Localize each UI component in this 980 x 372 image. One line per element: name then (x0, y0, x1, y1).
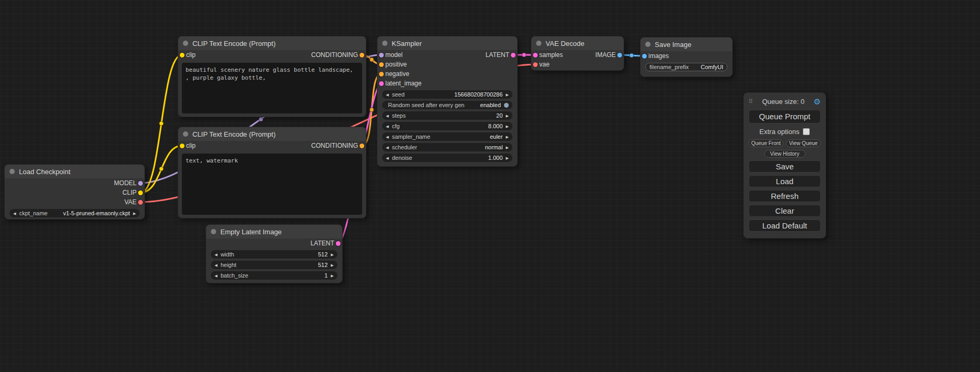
seed-widget[interactable]: ◀ seed 156680208700286 ▶ (382, 90, 512, 99)
extra-options-checkbox[interactable] (803, 128, 810, 135)
widget-value: 512 (318, 262, 327, 268)
increment-arrow-icon[interactable]: ▶ (506, 114, 509, 118)
slot-positive-input[interactable] (379, 62, 384, 67)
save-button[interactable]: Save (749, 160, 821, 173)
decrement-arrow-icon[interactable]: ◀ (215, 263, 217, 267)
link-midpoint-dot (259, 117, 263, 121)
increment-arrow-icon[interactable]: ▶ (331, 263, 334, 267)
slot-latent-output[interactable] (511, 53, 516, 58)
node-title-bar[interactable]: Load Checkpoint (5, 165, 144, 178)
height-widget[interactable]: ◀ height 512 ▶ (211, 261, 337, 269)
slot-clip-input[interactable] (180, 53, 185, 58)
widget-label: ckpt_name (19, 210, 47, 216)
random-seed-toggle-widget[interactable]: Random seed after every gen enabled (382, 101, 512, 109)
node-save-image[interactable]: Save Image images filename_prefix ComfyU… (640, 37, 733, 77)
filename-prefix-widget[interactable]: filename_prefix ComfyUI (645, 63, 727, 71)
increment-arrow-icon[interactable]: ▶ (506, 156, 509, 160)
decrement-arrow-icon[interactable]: ◀ (386, 114, 389, 118)
node-title-bar[interactable]: Save Image (641, 37, 732, 51)
output-label: VAE (124, 198, 137, 206)
toggle-dot-icon[interactable] (504, 103, 509, 108)
collapse-dot-icon[interactable] (183, 41, 188, 46)
decrement-arrow-icon[interactable]: ◀ (386, 125, 389, 128)
ckpt-name-widget[interactable]: ◀ ckpt_name v1-5-pruned-emaonly.ckpt ▶ (9, 209, 140, 217)
increment-arrow-icon[interactable]: ▶ (331, 253, 334, 256)
collapse-dot-icon[interactable] (382, 41, 387, 46)
increment-arrow-icon[interactable]: ▶ (506, 93, 509, 97)
increment-arrow-icon[interactable]: ▶ (506, 146, 509, 149)
slot-latent-output[interactable] (336, 241, 341, 246)
node-title: CLIP Text Encode (Prompt) (192, 130, 276, 138)
slot-samples-input[interactable] (533, 53, 538, 58)
denoise-widget[interactable]: ◀ denoise 1.000 ▶ (382, 154, 512, 162)
view-history-button[interactable]: View History (764, 150, 806, 158)
node-clip-text-encode-positive[interactable]: CLIP Text Encode (Prompt) clip CONDITION… (178, 36, 366, 117)
slot-images-input[interactable] (642, 54, 647, 59)
sampler-name-widget[interactable]: ◀ sampler_name euler ▶ (382, 132, 512, 141)
width-widget[interactable]: ◀ width 512 ▶ (211, 250, 337, 259)
refresh-button[interactable]: Refresh (749, 190, 821, 202)
node-title: CLIP Text Encode (Prompt) (192, 40, 276, 47)
widget-value: 1 (324, 272, 327, 279)
decrement-arrow-icon[interactable]: ◀ (215, 253, 217, 256)
collapse-dot-icon[interactable] (211, 229, 216, 234)
steps-widget[interactable]: ◀ steps 20 ▶ (382, 111, 512, 120)
slot-conditioning-output[interactable] (360, 53, 364, 58)
batch-size-widget[interactable]: ◀ batch_size 1 ▶ (211, 271, 337, 280)
decrement-arrow-icon[interactable]: ◀ (386, 93, 389, 97)
queue-prompt-button[interactable]: Queue Prompt (749, 110, 821, 123)
slot-vae-output[interactable] (138, 200, 143, 205)
collapse-dot-icon[interactable] (645, 42, 651, 47)
slot-image-output[interactable] (617, 53, 622, 58)
increment-arrow-icon[interactable]: ▶ (506, 125, 509, 128)
clear-button[interactable]: Clear (749, 205, 821, 217)
scheduler-widget[interactable]: ◀ scheduler normal ▶ (382, 143, 512, 151)
slot-model-input[interactable] (379, 53, 384, 58)
increment-arrow-icon[interactable]: ▶ (331, 274, 334, 278)
node-clip-text-encode-negative[interactable]: CLIP Text Encode (Prompt) clip CONDITION… (178, 127, 366, 218)
menu-header: ⠿ Queue size: 0 ⚙ (749, 97, 821, 106)
decrement-arrow-icon[interactable]: ◀ (386, 146, 389, 149)
node-load-checkpoint[interactable]: Load Checkpoint MODEL CLIP VAE ◀ ckpt_na… (4, 164, 145, 220)
decrement-arrow-icon[interactable]: ◀ (386, 156, 389, 160)
queue-front-button[interactable]: Queue Front (749, 139, 783, 147)
collapse-dot-icon[interactable] (9, 169, 15, 174)
slot-latent-image-input[interactable] (379, 81, 384, 86)
node-ksampler[interactable]: KSampler model LATENT positive negative … (377, 36, 518, 167)
increment-arrow-icon[interactable]: ▶ (133, 212, 136, 215)
slot-model-output[interactable] (138, 181, 143, 186)
node-title-bar[interactable]: CLIP Text Encode (Prompt) (178, 127, 366, 141)
input-label: latent_image (385, 80, 422, 87)
prompt-text-input[interactable]: text, watermark (182, 154, 362, 215)
increment-arrow-icon[interactable]: ▶ (506, 135, 509, 139)
load-button[interactable]: Load (749, 175, 821, 187)
slot-vae-input[interactable] (533, 62, 538, 67)
slot-conditioning-output[interactable] (360, 144, 364, 148)
cfg-widget[interactable]: ◀ cfg 8.000 ▶ (382, 122, 512, 130)
node-title-bar[interactable]: KSampler (377, 36, 517, 50)
collapse-dot-icon[interactable] (183, 131, 188, 137)
drag-handle-icon[interactable]: ⠿ (749, 98, 753, 105)
queue-buttons-row: Queue Front View Queue (749, 139, 821, 147)
widget-label: scheduler (392, 144, 417, 150)
node-title-bar[interactable]: VAE Decode (531, 36, 624, 50)
node-empty-latent-image[interactable]: Empty Latent Image LATENT ◀ width 512 ▶ … (206, 224, 343, 283)
decrement-arrow-icon[interactable]: ◀ (13, 212, 16, 215)
prompt-text-input[interactable]: beautiful scenery nature glass bottle la… (182, 63, 362, 113)
collapse-dot-icon[interactable] (536, 41, 541, 46)
input-label: model (385, 51, 403, 59)
link-midpoint-dot (370, 58, 374, 62)
decrement-arrow-icon[interactable]: ◀ (386, 135, 389, 139)
slot-clip-output[interactable] (138, 190, 143, 195)
widget-value: normal (485, 144, 503, 150)
view-queue-button[interactable]: View Queue (786, 139, 821, 147)
decrement-arrow-icon[interactable]: ◀ (215, 274, 217, 278)
slot-negative-input[interactable] (379, 72, 384, 77)
node-title-bar[interactable]: CLIP Text Encode (Prompt) (178, 36, 366, 50)
slot-clip-input[interactable] (180, 144, 185, 148)
node-title-bar[interactable]: Empty Latent Image (206, 225, 342, 239)
slot-row: samples IMAGE (531, 50, 624, 60)
load-default-button[interactable]: Load Default (749, 220, 821, 232)
node-vae-decode[interactable]: VAE Decode samples IMAGE vae (531, 36, 624, 71)
settings-gear-icon[interactable]: ⚙ (814, 98, 821, 106)
